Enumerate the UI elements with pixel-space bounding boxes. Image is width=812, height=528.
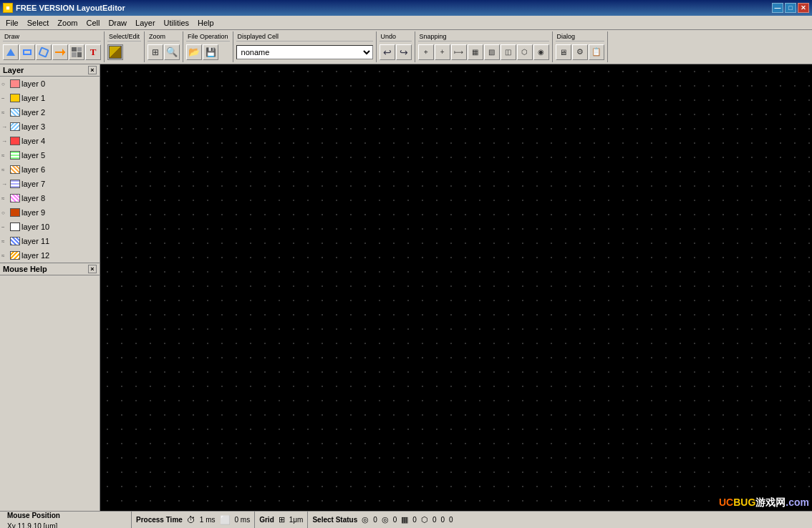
layer-indicator-6: ≈	[1, 167, 9, 173]
toolbar: Draw T S	[0, 30, 812, 64]
layer-indicator-3: →	[1, 124, 9, 130]
draw-triangle-button[interactable]	[3, 44, 19, 60]
sel-v5: 0	[440, 516, 445, 524]
layer-name-2: layer 2	[21, 108, 45, 117]
draw-wire-button[interactable]	[52, 44, 68, 60]
layer-name-10: layer 10	[21, 223, 49, 231]
layer-name-0: layer 0	[21, 79, 45, 88]
layer-name-12: layer 12	[21, 251, 49, 260]
mouse-position-value: Xy 11.9,10 [μm]	[7, 522, 57, 528]
zoom-in-button[interactable]: 🔍	[164, 44, 180, 60]
dialog-icon-2: ⚙	[576, 47, 584, 57]
layer-name-7: layer 7	[21, 180, 45, 188]
layer-item-9[interactable]: ○ layer 9	[0, 205, 100, 220]
minimize-button[interactable]: —	[772, 3, 783, 13]
menu-help[interactable]: Help	[193, 17, 218, 29]
layer-item-4[interactable]: → layer 4	[0, 134, 100, 148]
process-time-section: Process Time ⏱ 1 ms ⬜ 0 ms	[132, 512, 255, 528]
layer-item-10[interactable]: − layer 10	[0, 220, 100, 234]
zoom-label: Zoom	[148, 31, 180, 41]
menu-select[interactable]: Select	[23, 17, 54, 29]
save-file-button[interactable]: 💾	[203, 44, 218, 60]
dialog-btn-2[interactable]: ⚙	[572, 44, 588, 60]
select-edit-main-button[interactable]	[107, 44, 123, 60]
layer-item-1[interactable]: − layer 1	[0, 91, 100, 105]
select-status-section: Select Status ◎ 0 ◎ 0 ▦ 0 ⬡ 0 0 0	[308, 512, 809, 528]
select-edit-label: Select/Edit	[107, 31, 141, 41]
redo-button[interactable]: ↪	[396, 44, 412, 60]
snap-icon-7: ⬡	[521, 48, 528, 56]
wm-uc: UC	[719, 497, 733, 508]
draw-cell-button[interactable]	[69, 44, 84, 60]
layer-item-0[interactable]: ○ layer 0	[0, 77, 100, 91]
layer-panel-close[interactable]: ×	[88, 66, 97, 74]
displayed-cell-group: Displayed Cell noname	[233, 31, 377, 62]
sel-icon-1: ◎	[362, 515, 369, 524]
draw-polygon-button[interactable]	[36, 44, 52, 60]
sel-icon-4: ⬡	[421, 515, 428, 524]
snap-btn-1[interactable]: ⌖	[418, 44, 434, 60]
maximize-button[interactable]: □	[785, 3, 796, 13]
wm-bug: BUG	[733, 497, 755, 508]
menu-draw[interactable]: Draw	[104, 17, 131, 29]
file-operation-label: File Operation	[186, 31, 230, 41]
cell-icon	[72, 47, 82, 57]
snap-btn-6[interactable]: ◫	[501, 44, 516, 60]
layer-item-7[interactable]: → layer 7	[0, 177, 100, 191]
sel-v2: 0	[393, 516, 397, 524]
menu-zoom[interactable]: Zoom	[53, 17, 82, 29]
snap-icon-2: +	[440, 48, 445, 56]
mouse-position-label: Mouse Position	[7, 512, 60, 519]
draw-text-button[interactable]: T	[85, 44, 101, 60]
menu-file[interactable]: File	[1, 17, 23, 29]
title-left: ■ FREE VERSION LayoutEditor	[3, 3, 125, 13]
undo-button[interactable]: ↩	[380, 44, 395, 60]
snap-btn-4[interactable]: ▦	[468, 44, 483, 60]
undo-icon: ↩	[383, 47, 392, 58]
sel-v6: 0	[449, 516, 453, 524]
layer-color-10	[10, 223, 20, 231]
snap-icon-5: ▧	[488, 48, 495, 56]
zoom-buttons: ⊞ 🔍	[148, 41, 180, 62]
snap-btn-5[interactable]: ▧	[484, 44, 500, 60]
layer-color-7	[10, 180, 20, 188]
cell-dropdown-select[interactable]: noname	[236, 45, 373, 59]
layer-item-2[interactable]: ≈ layer 2	[0, 105, 100, 119]
triangle-icon	[6, 49, 15, 56]
menu-layer[interactable]: Layer	[131, 17, 160, 29]
snap-icon-3: ⟼	[454, 49, 463, 56]
grid-value: 1μm	[289, 516, 304, 524]
dialog-btn-3[interactable]: 📋	[589, 44, 604, 60]
canvas-area[interactable]: UCBUG游戏网.com	[100, 64, 812, 511]
draw-label: Draw	[3, 31, 101, 41]
layer-item-5[interactable]: ≈ layer 5	[0, 148, 100, 162]
layer-indicator-1: −	[1, 95, 9, 102]
mouse-help-close[interactable]: ×	[88, 265, 97, 273]
watermark: UCBUG游戏网.com	[716, 495, 812, 511]
sel-v3: 0	[412, 516, 417, 524]
dialog-btn-1[interactable]: 🖥	[556, 44, 571, 60]
snap-btn-7[interactable]: ⬡	[517, 44, 533, 60]
layer-item-3[interactable]: → layer 3	[0, 119, 100, 134]
zoom-fit-button[interactable]: ⊞	[148, 44, 163, 60]
layer-item-8[interactable]: ≈ layer 8	[0, 191, 100, 205]
snap-btn-8[interactable]: ◉	[533, 44, 549, 60]
layer-color-11	[10, 237, 20, 245]
layer-item-6[interactable]: ≈ layer 6	[0, 162, 100, 177]
close-button[interactable]: ✕	[798, 3, 809, 13]
menu-utilities[interactable]: Utilities	[160, 17, 193, 29]
mouse-help-panel: Mouse Help ×	[0, 263, 100, 419]
draw-rect-button[interactable]	[19, 44, 35, 60]
open-file-button[interactable]: 📂	[186, 44, 202, 60]
snap-btn-3[interactable]: ⟼	[451, 44, 467, 60]
layer-indicator-11: ≈	[1, 238, 9, 245]
mouse-help-content	[0, 275, 100, 419]
menu-cell[interactable]: Cell	[82, 17, 104, 29]
dialog-toolbar-group: Dialog 🖥 ⚙ 📋	[553, 31, 608, 62]
mouse-help-header: Mouse Help ×	[0, 263, 100, 275]
zoom-toolbar-group: Zoom ⊞ 🔍	[145, 31, 183, 62]
snap-btn-2[interactable]: +	[435, 44, 450, 60]
layer-item-12[interactable]: ≈ layer 12	[0, 248, 100, 263]
open-icon: 📂	[188, 47, 200, 57]
layer-item-11[interactable]: ≈ layer 11	[0, 234, 100, 248]
